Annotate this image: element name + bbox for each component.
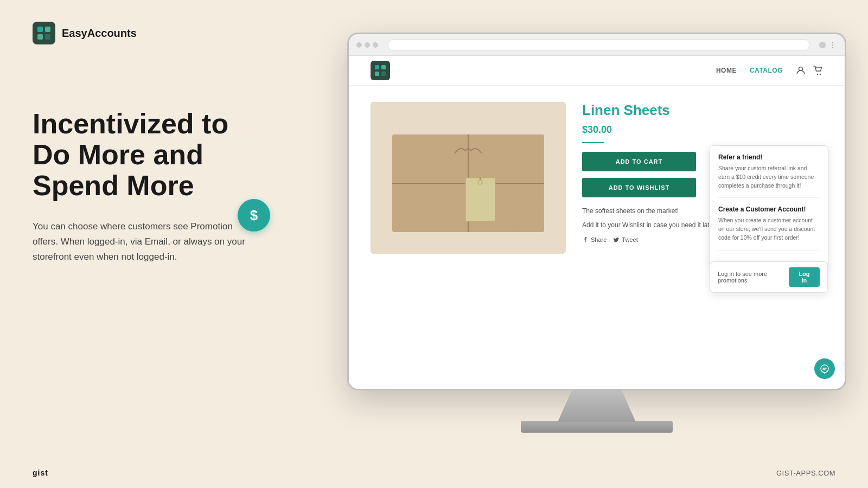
svg-point-9 — [817, 74, 818, 75]
brand-name: EasyAccounts — [62, 27, 137, 40]
popup-account-section: Create a Customer Account! When you crea… — [718, 206, 819, 250]
browser-url-bar[interactable] — [388, 39, 809, 51]
browser-ctrl-1 — [819, 42, 826, 48]
footer-brand: gist — [33, 468, 48, 477]
svg-point-10 — [820, 74, 821, 75]
brand-area: EasyAccounts — [33, 22, 137, 44]
popup-account-title: Create a Customer Account! — [718, 206, 819, 213]
browser-chrome: ⋮ — [349, 34, 845, 56]
product-info: Linen Sheets $30.00 ADD TO CART ADD TO W… — [582, 102, 823, 378]
browser-menu-dots: ⋮ — [829, 41, 837, 49]
popup-refer-text: Share your custom referral link and earn… — [718, 164, 819, 190]
popup-account-text: When you create a customer account on ou… — [718, 216, 819, 242]
description: You can choose where customers see Promo… — [33, 219, 250, 265]
browser-controls: ⋮ — [819, 41, 837, 49]
store-page: HOME CATALOG — [349, 56, 845, 389]
page-footer: gist GIST-APPS.COM — [33, 468, 835, 477]
dot-green — [373, 42, 378, 48]
chat-bubble-icon[interactable] — [814, 358, 835, 379]
cart-icon[interactable] — [813, 66, 823, 75]
dollar-symbol: $ — [250, 207, 258, 224]
popup-footer: Log in to see more promotions Log in — [710, 261, 828, 293]
monitor-container: ⋮ HOME CATALOG — [347, 33, 846, 433]
tweet-label: Tweet — [622, 236, 637, 243]
share-facebook[interactable]: Share — [582, 236, 607, 243]
popup-card: Refer a friend! Share your custom referr… — [709, 145, 828, 266]
store-logo — [371, 61, 390, 80]
left-content: Incentivized to Do More and Spend More Y… — [33, 108, 250, 265]
monitor-base — [521, 421, 673, 433]
popup-footer-text: Log in to see more promotions — [718, 271, 789, 284]
nav-icons — [796, 66, 823, 75]
svg-rect-1 — [37, 34, 43, 40]
store-nav: HOME CATALOG — [349, 56, 845, 86]
dot-red — [356, 42, 362, 48]
product-title: Linen Sheets — [582, 102, 823, 119]
headline: Incentivized to Do More and Spend More — [33, 108, 250, 202]
monitor-stand — [548, 389, 646, 422]
dollar-icon-circle: $ — [238, 199, 270, 232]
svg-rect-2 — [45, 27, 50, 32]
svg-rect-3 — [45, 34, 50, 40]
svg-rect-6 — [381, 65, 386, 69]
store-nav-links: HOME CATALOG — [716, 66, 823, 75]
dot-yellow — [365, 42, 370, 48]
monitor-screen: ⋮ HOME CATALOG — [347, 33, 846, 390]
brand-logo-icon — [33, 22, 55, 44]
user-icon[interactable] — [796, 66, 806, 75]
nav-home[interactable]: HOME — [716, 67, 737, 74]
svg-rect-5 — [375, 72, 379, 76]
svg-rect-7 — [381, 72, 386, 76]
nav-catalog[interactable]: CATALOG — [750, 67, 783, 74]
browser-dots — [356, 42, 378, 48]
svg-rect-4 — [375, 65, 379, 69]
footer-url: GIST-APPS.COM — [776, 469, 835, 477]
svg-rect-0 — [37, 27, 43, 32]
popup-refer-title: Refer a friend! — [718, 153, 819, 161]
product-image — [371, 102, 566, 254]
price-divider — [582, 142, 604, 143]
add-to-cart-button[interactable]: ADD TO CART — [582, 152, 696, 171]
log-in-button[interactable]: Log in — [789, 267, 820, 287]
share-twitter[interactable]: Tweet — [613, 236, 637, 243]
store-body: Linen Sheets $30.00 ADD TO CART ADD TO W… — [349, 86, 845, 389]
share-label: Share — [591, 236, 607, 243]
product-price: $30.00 — [582, 124, 823, 136]
svg-point-22 — [821, 365, 828, 373]
popup-refer-section: Refer a friend! Share your custom referr… — [718, 153, 819, 198]
add-to-wishlist-button[interactable]: ADD TO WISHLIST — [582, 178, 696, 197]
